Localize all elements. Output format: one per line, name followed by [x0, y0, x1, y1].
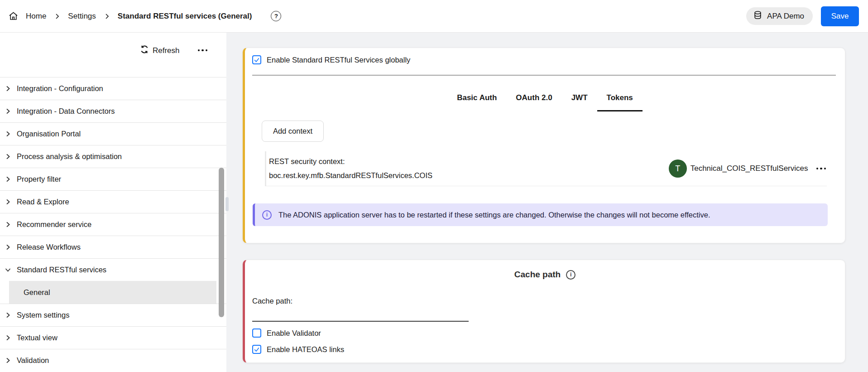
sidebar-item-label: Organisation Portal — [17, 130, 81, 138]
sidebar-item-organisation-portal[interactable]: Organisation Portal — [0, 122, 226, 145]
chevron-right-icon — [5, 108, 11, 115]
avatar: T — [669, 159, 687, 178]
sidebar-item-read-explore[interactable]: Read & Explore — [0, 190, 226, 213]
add-context-button[interactable]: Add context — [262, 121, 324, 142]
tab-oauth-2-0[interactable]: OAuth 2.0 — [506, 84, 561, 111]
chevron-right-icon — [5, 334, 11, 341]
chevron-right-icon — [5, 130, 11, 137]
context-key-block: REST security context: boc.rest.key.mfb.… — [269, 155, 432, 183]
checkbox-checked-icon[interactable] — [252, 55, 261, 64]
sidebar-item-textual-view[interactable]: Textual view — [0, 326, 226, 349]
sidebar-item-property-filter[interactable]: Property filter — [0, 168, 226, 190]
sidebar-item-label: Property filter — [17, 175, 61, 184]
refresh-button[interactable]: Refresh — [140, 45, 180, 56]
sidebar-item-label: Integration - Data Connectors — [17, 107, 115, 116]
sidebar-item-label: Read & Explore — [17, 198, 69, 206]
topbar-actions: APA Demo Save — [746, 6, 859, 26]
sidebar-item-process-analysis-optimisation[interactable]: Process analysis & optimisation — [0, 145, 226, 168]
sidebar-item-system-settings[interactable]: System settings — [0, 304, 226, 326]
checkbox-unchecked-icon[interactable] — [252, 329, 261, 338]
sidebar-item-integration-configuration[interactable]: Integration - Configuration — [0, 77, 226, 100]
sidebar-scrollbar-thumb[interactable] — [219, 168, 224, 317]
enable-rest-globally-row[interactable]: Enable Standard RESTful Services globall… — [252, 55, 410, 64]
cache-path-heading: Cache path — [514, 270, 561, 280]
context-key: boc.rest.key.mfb.StandardRESTfulServices… — [269, 169, 432, 183]
chevron-right-icon — [5, 176, 11, 183]
chevron-right-icon — [5, 244, 11, 251]
settings-sidebar: Refresh Integration - Configuration Inte… — [0, 33, 226, 372]
enable-validator-row[interactable]: Enable Validator — [252, 329, 321, 338]
chevron-right-icon — [5, 221, 11, 228]
tab-jwt[interactable]: JWT — [562, 84, 597, 111]
repository-badge[interactable]: APA Demo — [746, 7, 813, 25]
sidebar-item-label: Release Workflows — [17, 243, 81, 251]
rest-security-context-row[interactable]: REST security context: boc.rest.key.mfb.… — [265, 151, 827, 186]
settings-tree: Integration - Configuration Integration … — [0, 77, 226, 372]
checkbox-checked-icon[interactable] — [252, 345, 261, 354]
info-icon[interactable]: i — [566, 270, 575, 280]
save-button[interactable]: Save — [821, 6, 859, 26]
repository-badge-label: APA Demo — [767, 12, 804, 21]
cache-path-heading-row: Cache path i — [245, 270, 845, 280]
sidebar-item-integration-data-connectors[interactable]: Integration - Data Connectors — [0, 100, 226, 122]
sidebar-item-label: Standard RESTful services — [17, 266, 106, 274]
section-divider — [252, 75, 836, 76]
breadcrumb-settings[interactable]: Settings — [68, 12, 96, 21]
top-bar: Home Settings Standard RESTful services … — [0, 0, 868, 33]
context-more-icon[interactable] — [816, 164, 826, 174]
cache-path-card: Cache path i Cache path: Enable Validato… — [243, 260, 845, 363]
refresh-icon — [140, 45, 149, 56]
sidebar-item-label: Recommender service — [17, 220, 91, 229]
tab-basic-auth[interactable]: Basic Auth — [447, 84, 506, 111]
chevron-right-icon — [5, 85, 11, 92]
sidebar-item-validation[interactable]: Validation — [0, 349, 226, 372]
enable-hateoas-links-label: Enable HATEOAS links — [267, 345, 344, 354]
chevron-right-icon — [5, 312, 11, 319]
refresh-label: Refresh — [153, 46, 180, 55]
sidebar-item-label: Validation — [17, 356, 49, 365]
page-title: Standard RESTful services (General) — [118, 12, 252, 21]
tab-tokens[interactable]: Tokens — [597, 84, 643, 111]
sidebar-more-icon[interactable] — [198, 45, 208, 55]
breadcrumb: Home Settings Standard RESTful services … — [8, 11, 281, 21]
auth-tabs: Basic Auth OAuth 2.0 JWT Tokens — [245, 84, 845, 111]
sidebar-item-label: Textual view — [17, 333, 58, 342]
help-icon[interactable]: ? — [271, 11, 281, 21]
sidebar-item-label: Process analysis & optimisation — [17, 152, 122, 161]
cache-path-label: Cache path: — [252, 297, 293, 305]
chevron-right-icon — [5, 357, 11, 364]
context-user-block: T Technical_COIS_RESTfulServices — [669, 159, 826, 178]
context-label: REST security context: — [269, 155, 432, 169]
info-icon: i — [262, 210, 272, 220]
sidebar-item-label: System settings — [17, 311, 69, 319]
home-icon[interactable] — [8, 11, 19, 21]
chevron-right-icon — [5, 153, 11, 160]
sidebar-header: Refresh — [0, 33, 226, 77]
settings-panel: Enable Standard RESTful Services globall… — [226, 33, 868, 372]
rest-services-card: Enable Standard RESTful Services globall… — [243, 48, 845, 243]
chevron-right-icon — [5, 198, 11, 205]
sidebar-item-label: Integration - Configuration — [17, 84, 103, 93]
sidebar-item-standard-restful-services[interactable]: Standard RESTful services — [0, 258, 226, 281]
sidebar-item-recommender-service[interactable]: Recommender service — [0, 213, 226, 236]
context-user-name: Technical_COIS_RESTfulServices — [691, 164, 808, 173]
page-scrollbar-thumb[interactable] — [225, 197, 229, 211]
enable-hateoas-links-row[interactable]: Enable HATEOAS links — [252, 345, 344, 354]
database-icon — [753, 10, 762, 22]
sidebar-item-release-workflows[interactable]: Release Workflows — [0, 236, 226, 258]
chevron-down-icon — [5, 266, 11, 273]
enable-rest-globally-label: Enable Standard RESTful Services globall… — [267, 56, 410, 64]
restart-notice-text: The ADONIS application server has to be … — [278, 211, 710, 219]
restart-notice-banner: i The ADONIS application server has to b… — [253, 203, 828, 226]
enable-validator-label: Enable Validator — [267, 329, 321, 338]
sidebar-item-general-selected[interactable]: General — [9, 281, 216, 304]
chevron-right-icon — [103, 13, 110, 20]
breadcrumb-home[interactable]: Home — [26, 12, 46, 21]
sidebar-item-label: General — [24, 288, 50, 297]
chevron-right-icon — [53, 13, 61, 20]
cache-path-input[interactable] — [252, 308, 469, 322]
